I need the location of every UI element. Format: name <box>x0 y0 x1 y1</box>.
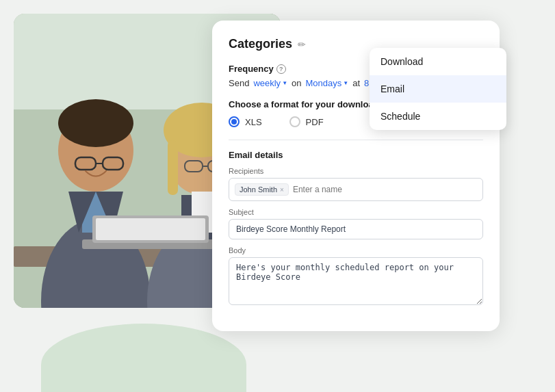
dropdown-item-schedule[interactable]: Schedule <box>370 103 506 130</box>
weekly-dropdown[interactable]: weekly <box>253 78 287 88</box>
recipients-label: Recipients <box>229 167 483 175</box>
svg-point-6 <box>58 99 133 147</box>
day-dropdown[interactable]: Mondays <box>306 78 349 88</box>
card-title: Categories <box>229 37 292 51</box>
body-group: Body <box>229 246 483 308</box>
divider <box>229 140 483 140</box>
at-text: at <box>352 78 360 88</box>
svg-rect-16 <box>168 140 178 195</box>
dropdown-item-email[interactable]: Email <box>370 75 506 103</box>
subject-group: Subject <box>229 208 483 239</box>
format-xls[interactable]: XLS <box>229 116 262 127</box>
dropdown-popup: Download Email Schedule <box>370 48 506 130</box>
decorative-blob <box>41 324 246 392</box>
email-details-label: Email details <box>229 150 483 160</box>
recipients-group: Recipients John Smith × <box>229 167 483 201</box>
dropdown-item-download[interactable]: Download <box>370 48 506 75</box>
subject-label: Subject <box>229 208 483 216</box>
recipients-field[interactable]: John Smith × <box>229 178 483 201</box>
body-label: Body <box>229 246 483 254</box>
recipients-input[interactable] <box>293 185 477 194</box>
send-text: Send <box>229 78 249 88</box>
help-icon[interactable]: ? <box>276 64 286 74</box>
edit-icon[interactable]: ✏ <box>298 39 306 50</box>
on-text: on <box>292 78 301 88</box>
radio-xls[interactable] <box>229 116 240 127</box>
svg-rect-25 <box>96 218 205 240</box>
radio-pdf[interactable] <box>289 116 300 127</box>
body-textarea[interactable] <box>229 257 483 305</box>
pdf-label: PDF <box>306 117 324 127</box>
subject-input[interactable] <box>229 219 483 239</box>
tag-close-icon[interactable]: × <box>280 186 284 194</box>
recipient-name: John Smith <box>240 185 277 194</box>
main-card: Download Email Schedule Categories ✏ Fre… <box>212 21 500 331</box>
recipient-tag: John Smith × <box>235 183 289 196</box>
radio-xls-inner <box>231 119 237 125</box>
format-pdf[interactable]: PDF <box>289 116 324 127</box>
xls-label: XLS <box>245 117 262 127</box>
